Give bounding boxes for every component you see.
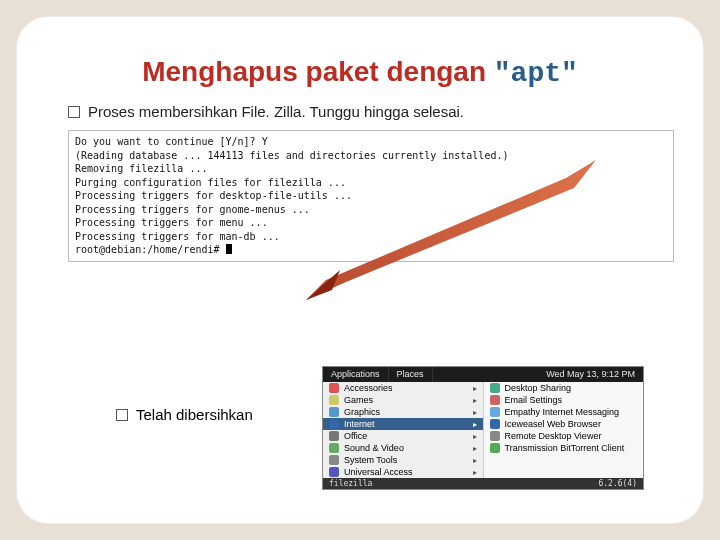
taskbar-app: filezilla [329,479,372,488]
menu-label: Games [344,395,373,405]
menu-category-internet[interactable]: Internet▸ [323,418,483,430]
slide: Menghapus paket dengan "apt" Proses memb… [16,16,704,524]
menu-label: Iceweasel Web Browser [505,419,601,429]
category-icon [329,455,339,465]
menu-category-system-tools[interactable]: System Tools▸ [323,454,483,466]
menu-categories: Accessories▸Games▸Graphics▸Internet▸Offi… [323,382,484,478]
menu-app-email-settings[interactable]: Email Settings [484,394,644,406]
menu-category-graphics[interactable]: Graphics▸ [323,406,483,418]
app-icon [490,419,500,429]
menu-label: Transmission BitTorrent Client [505,443,625,453]
menu-label: Desktop Sharing [505,383,572,393]
app-icon [490,383,500,393]
chevron-right-icon: ▸ [473,420,477,429]
app-icon [490,395,500,405]
category-icon [329,443,339,453]
title-text-2: "apt" [494,58,578,89]
menu-app-transmission-bittorrent-client[interactable]: Transmission BitTorrent Client [484,442,644,454]
svg-marker-1 [306,270,340,300]
chevron-right-icon: ▸ [473,468,477,477]
chevron-right-icon: ▸ [473,408,477,417]
menu-label: Empathy Internet Messaging [505,407,620,417]
menu-label: Universal Access [344,467,413,477]
menu-label: Sound & Video [344,443,404,453]
category-icon [329,467,339,477]
chevron-right-icon: ▸ [473,384,477,393]
chevron-right-icon: ▸ [473,456,477,465]
lower-row: Telah dibersihkan Applications Places We… [116,366,644,490]
category-icon [329,407,339,417]
chevron-right-icon: ▸ [473,396,477,405]
category-icon [329,419,339,429]
menu-category-games[interactable]: Games▸ [323,394,483,406]
bullet-box-icon [116,409,128,421]
menu-category-accessories[interactable]: Accessories▸ [323,382,483,394]
slide-title: Menghapus paket dengan "apt" [68,56,652,89]
menu-category-universal-access[interactable]: Universal Access▸ [323,466,483,478]
taskbar-version: 6.2.6(4) [598,479,637,488]
menu-label: Email Settings [505,395,563,405]
terminal-output: Do you want to continue [Y/n]? Y (Readin… [68,130,674,262]
title-text-1: Menghapus paket dengan [142,56,494,87]
bullet-2-text: Telah dibersihkan [136,406,253,423]
category-icon [329,431,339,441]
chevron-right-icon: ▸ [473,444,477,453]
menu-label: Internet [344,419,375,429]
menu-label: Accessories [344,383,393,393]
terminal-cursor [226,244,232,254]
panel-places[interactable]: Places [389,367,433,382]
bullet-1: Proses membersihkan File. Zilla. Tunggu … [68,103,652,120]
menu-label: Graphics [344,407,380,417]
menu-app-iceweasel-web-browser[interactable]: Iceweasel Web Browser [484,418,644,430]
applications-menu: Accessories▸Games▸Graphics▸Internet▸Offi… [323,382,643,478]
menu-label: Office [344,431,367,441]
category-icon [329,383,339,393]
menu-app-desktop-sharing[interactable]: Desktop Sharing [484,382,644,394]
taskbar: filezilla 6.2.6(4) [323,478,643,489]
bullet-2: Telah dibersihkan [116,406,253,423]
bullet-box-icon [68,106,80,118]
menu-apps: Desktop SharingEmail SettingsEmpathy Int… [484,382,644,478]
app-icon [490,407,500,417]
panel-clock: Wed May 13, 9:12 PM [538,367,643,382]
menu-app-remote-desktop-viewer[interactable]: Remote Desktop Viewer [484,430,644,442]
gnome-panel: Applications Places Wed May 13, 9:12 PM [323,367,643,382]
panel-applications[interactable]: Applications [323,367,389,382]
menu-label: System Tools [344,455,397,465]
bullet-1-text: Proses membersihkan File. Zilla. Tunggu … [88,103,464,120]
app-icon [490,443,500,453]
category-icon [329,395,339,405]
menu-label: Remote Desktop Viewer [505,431,602,441]
menu-category-sound-video[interactable]: Sound & Video▸ [323,442,483,454]
chevron-right-icon: ▸ [473,432,477,441]
app-icon [490,431,500,441]
gnome-screenshot: Applications Places Wed May 13, 9:12 PM … [322,366,644,490]
menu-category-office[interactable]: Office▸ [323,430,483,442]
menu-app-empathy-internet-messaging[interactable]: Empathy Internet Messaging [484,406,644,418]
